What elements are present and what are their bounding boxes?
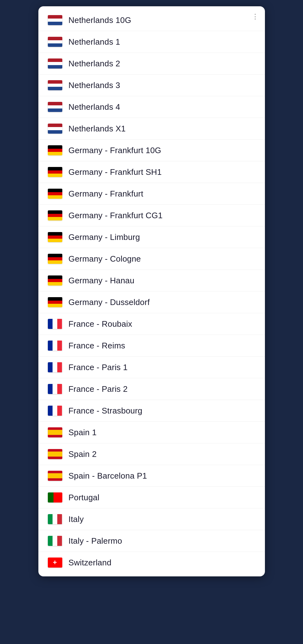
- list-item-portugal[interactable]: Portugal: [38, 487, 265, 508]
- flag-de: [48, 297, 62, 307]
- flag-nl: [48, 124, 62, 134]
- flag-de: [48, 254, 62, 264]
- list-item-france-roubaix[interactable]: France - Roubaix: [38, 313, 265, 335]
- item-label-switzerland: Switzerland: [69, 558, 112, 568]
- list-item-netherlands-10g[interactable]: Netherlands 10G: [38, 9, 265, 31]
- list-item-germany-dusseldorf[interactable]: Germany - Dusseldorf: [38, 291, 265, 313]
- more-options-icon[interactable]: ⋮: [252, 13, 259, 21]
- item-label-germany-cologne: Germany - Cologne: [69, 254, 141, 264]
- flag-fr: [48, 341, 62, 351]
- item-label-france-reims: France - Reims: [69, 341, 126, 351]
- list-item-italy-palermo[interactable]: Italy - Palermo: [38, 530, 265, 552]
- list-item-germany-hanau[interactable]: Germany - Hanau: [38, 270, 265, 291]
- list-item-germany-frankfurt-10g[interactable]: Germany - Frankfurt 10G: [38, 140, 265, 161]
- app-container: ⋮ Netherlands 10GNetherlands 1Netherland…: [0, 0, 303, 644]
- list-item-netherlands-2[interactable]: Netherlands 2: [38, 53, 265, 75]
- item-label-portugal: Portugal: [69, 493, 99, 502]
- flag-nl: [48, 58, 62, 69]
- list-item-france-reims[interactable]: France - Reims: [38, 335, 265, 357]
- list-item-germany-frankfurt-cg1[interactable]: Germany - Frankfurt CG1: [38, 205, 265, 226]
- item-label-netherlands-10g: Netherlands 10G: [69, 15, 132, 25]
- item-label-france-roubaix: France - Roubaix: [69, 319, 132, 329]
- flag-fr: [48, 406, 62, 416]
- flag-nl: [48, 80, 62, 90]
- item-label-italy-palermo: Italy - Palermo: [69, 536, 122, 546]
- list-item-germany-cologne[interactable]: Germany - Cologne: [38, 248, 265, 270]
- item-label-france-strasbourg: France - Strasbourg: [69, 406, 143, 416]
- list-item-france-paris-2[interactable]: France - Paris 2: [38, 378, 265, 400]
- flag-es: [48, 471, 62, 481]
- list-item-italy[interactable]: Italy: [38, 508, 265, 530]
- flag-nl: [48, 102, 62, 112]
- item-label-germany-hanau: Germany - Hanau: [69, 276, 135, 286]
- flag-fr: [48, 319, 62, 329]
- list-item-netherlands-x1[interactable]: Netherlands X1: [38, 118, 265, 140]
- flag-de: [48, 167, 62, 177]
- list-item-france-strasbourg[interactable]: France - Strasbourg: [38, 400, 265, 422]
- flag-nl: [48, 15, 62, 25]
- item-label-germany-frankfurt-sh1: Germany - Frankfurt SH1: [69, 167, 162, 177]
- modal-card: ⋮ Netherlands 10GNetherlands 1Netherland…: [38, 6, 265, 576]
- item-label-germany-limburg: Germany - Limburg: [69, 232, 140, 242]
- item-label-germany-frankfurt: Germany - Frankfurt: [69, 189, 143, 199]
- item-label-spain-1: Spain 1: [69, 428, 97, 437]
- list-item-netherlands-4[interactable]: Netherlands 4: [38, 96, 265, 118]
- flag-it: [48, 536, 62, 546]
- flag-es: [48, 449, 62, 459]
- flag-nl: [48, 37, 62, 47]
- flag-fr: [48, 362, 62, 372]
- item-label-germany-frankfurt-10g: Germany - Frankfurt 10G: [69, 146, 161, 155]
- flag-it: [48, 514, 62, 524]
- list-item-netherlands-3[interactable]: Netherlands 3: [38, 75, 265, 96]
- flag-pt: [48, 492, 62, 502]
- item-label-netherlands-1: Netherlands 1: [69, 37, 120, 47]
- flag-ch: [48, 558, 62, 568]
- flag-es: [48, 427, 62, 437]
- flag-de: [48, 210, 62, 220]
- flag-fr: [48, 384, 62, 394]
- item-label-france-paris-2: France - Paris 2: [69, 384, 128, 394]
- list-item-germany-frankfurt[interactable]: Germany - Frankfurt: [38, 183, 265, 205]
- item-label-spain-2: Spain 2: [69, 449, 97, 459]
- server-list: Netherlands 10GNetherlands 1Netherlands …: [38, 6, 265, 576]
- list-item-netherlands-1[interactable]: Netherlands 1: [38, 31, 265, 53]
- item-label-france-paris-1: France - Paris 1: [69, 363, 128, 372]
- flag-de: [48, 275, 62, 286]
- list-item-switzerland[interactable]: Switzerland: [38, 552, 265, 573]
- list-item-germany-limburg[interactable]: Germany - Limburg: [38, 226, 265, 248]
- list-item-spain-barcelona-p1[interactable]: Spain - Barcelona P1: [38, 465, 265, 487]
- list-item-spain-1[interactable]: Spain 1: [38, 422, 265, 443]
- item-label-netherlands-4: Netherlands 4: [69, 102, 120, 112]
- list-item-spain-2[interactable]: Spain 2: [38, 443, 265, 465]
- flag-de: [48, 189, 62, 199]
- item-label-netherlands-x1: Netherlands X1: [69, 124, 126, 134]
- item-label-germany-frankfurt-cg1: Germany - Frankfurt CG1: [69, 211, 163, 220]
- flag-de: [48, 232, 62, 242]
- item-label-spain-barcelona-p1: Spain - Barcelona P1: [69, 471, 147, 481]
- list-item-france-paris-1[interactable]: France - Paris 1: [38, 357, 265, 378]
- item-label-italy: Italy: [69, 514, 84, 524]
- list-item-germany-frankfurt-sh1[interactable]: Germany - Frankfurt SH1: [38, 161, 265, 183]
- flag-de: [48, 145, 62, 155]
- item-label-germany-dusseldorf: Germany - Dusseldorf: [69, 297, 150, 307]
- item-label-netherlands-3: Netherlands 3: [69, 80, 120, 90]
- item-label-netherlands-2: Netherlands 2: [69, 59, 120, 69]
